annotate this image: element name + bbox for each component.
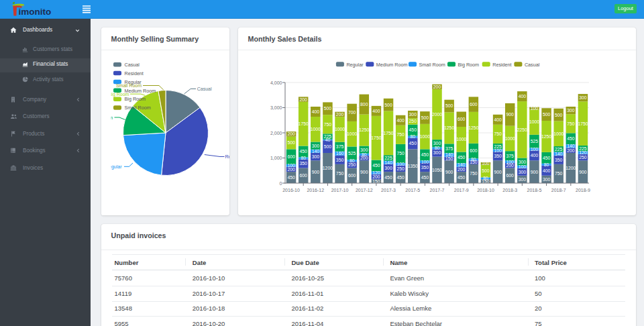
- svg-text:100: 100: [482, 161, 490, 166]
- svg-text:80: 80: [471, 157, 476, 162]
- svg-text:2017-7: 2017-7: [430, 188, 445, 193]
- svg-text:200: 200: [567, 148, 575, 153]
- svg-text:Casual: Casual: [197, 87, 212, 91]
- svg-text:1000: 1000: [347, 131, 357, 136]
- svg-text:600: 600: [470, 148, 478, 153]
- svg-text:140: 140: [445, 152, 453, 157]
- svg-text:1200: 1200: [323, 166, 333, 170]
- svg-text:100: 100: [531, 106, 539, 111]
- svg-text:750: 750: [396, 151, 405, 156]
- svg-text:450: 450: [287, 175, 295, 180]
- svg-text:450: 450: [458, 155, 466, 160]
- svg-text:1250: 1250: [359, 127, 369, 132]
- svg-text:80: 80: [350, 158, 355, 163]
- svg-text:140: 140: [458, 162, 466, 167]
- svg-text:600: 600: [470, 102, 478, 107]
- svg-text:100: 100: [494, 148, 502, 153]
- svg-text:140: 140: [555, 152, 563, 156]
- svg-text:2018-10: 2018-10: [477, 188, 494, 193]
- svg-text:1750: 1750: [299, 121, 309, 126]
- svg-text:2250: 2250: [517, 127, 527, 132]
- svg-text:350: 350: [494, 154, 502, 158]
- svg-text:300: 300: [433, 150, 441, 155]
- svg-text:Small Room: Small Room: [125, 105, 151, 111]
- svg-text:1250: 1250: [468, 125, 478, 130]
- svg-text:750: 750: [324, 122, 332, 127]
- svg-text:450: 450: [421, 175, 429, 180]
- svg-text:250: 250: [409, 119, 417, 123]
- svg-text:300: 300: [543, 177, 551, 182]
- svg-text:300: 300: [312, 144, 320, 148]
- svg-text:900: 900: [445, 170, 453, 174]
- svg-text:450: 450: [543, 156, 551, 160]
- svg-text:200: 200: [372, 174, 380, 179]
- svg-text:80: 80: [483, 176, 488, 180]
- svg-text:350: 350: [300, 161, 308, 166]
- svg-text:Medium Room: Medium Room: [376, 62, 408, 68]
- svg-text:80: 80: [435, 146, 440, 150]
- svg-text:2018-9: 2018-9: [576, 188, 590, 193]
- svg-text:Regular: Regular: [346, 62, 364, 68]
- svg-text:1750: 1750: [578, 121, 588, 126]
- svg-text:450: 450: [396, 175, 405, 180]
- svg-text:200: 200: [458, 167, 466, 172]
- svg-text:2017-9: 2017-9: [454, 188, 469, 193]
- svg-text:2016-10: 2016-10: [282, 188, 300, 193]
- svg-text:300: 300: [519, 160, 527, 164]
- svg-text:1250: 1250: [541, 134, 551, 139]
- svg-text:2017-12: 2017-12: [356, 188, 373, 193]
- svg-text:80: 80: [301, 156, 306, 160]
- svg-text:80: 80: [544, 162, 549, 167]
- svg-text:900: 900: [494, 170, 502, 174]
- svg-text:225: 225: [324, 134, 332, 139]
- svg-text:1000: 1000: [456, 137, 466, 142]
- svg-text:600: 600: [348, 173, 356, 178]
- svg-text:100: 100: [519, 164, 527, 169]
- svg-text:450: 450: [567, 136, 575, 141]
- svg-text:1000: 1000: [529, 119, 539, 124]
- svg-text:80: 80: [362, 152, 367, 157]
- svg-text:400: 400: [543, 168, 551, 173]
- svg-text:900: 900: [360, 170, 368, 174]
- svg-text:200: 200: [287, 131, 295, 136]
- svg-text:2017-5: 2017-5: [405, 188, 420, 193]
- svg-text:1050: 1050: [432, 168, 442, 172]
- svg-text:450: 450: [409, 127, 417, 132]
- svg-text:700: 700: [348, 110, 356, 115]
- svg-text:3,000: 3,000: [270, 105, 282, 110]
- svg-text:300: 300: [433, 141, 441, 146]
- svg-text:200: 200: [300, 97, 308, 102]
- svg-text:450: 450: [458, 175, 466, 180]
- svg-text:1250: 1250: [444, 125, 454, 130]
- svg-text:900: 900: [312, 170, 320, 174]
- svg-text:2,000: 2,000: [270, 131, 282, 135]
- svg-text:300: 300: [312, 154, 320, 159]
- svg-text:500: 500: [445, 103, 453, 108]
- svg-text:800: 800: [360, 102, 368, 107]
- svg-text:450: 450: [409, 141, 417, 146]
- svg-text:2018-7: 2018-7: [551, 188, 566, 193]
- svg-text:100: 100: [531, 147, 539, 152]
- svg-text:900: 900: [531, 170, 539, 174]
- svg-text:450: 450: [372, 163, 380, 168]
- svg-text:1,000: 1,000: [270, 156, 282, 160]
- svg-text:900: 900: [506, 112, 515, 117]
- svg-text:400: 400: [494, 117, 502, 122]
- svg-text:140: 140: [384, 160, 392, 165]
- svg-text:750: 750: [567, 121, 575, 126]
- svg-text:2018-3: 2018-3: [502, 188, 517, 193]
- svg-text:525: 525: [531, 139, 539, 144]
- svg-text:750: 750: [470, 171, 478, 176]
- svg-text:750: 750: [555, 171, 563, 176]
- svg-text:Regular: Regular: [125, 79, 142, 85]
- svg-text:140: 140: [312, 149, 320, 154]
- svg-text:500: 500: [482, 168, 490, 173]
- svg-text:200: 200: [433, 85, 441, 89]
- svg-text:250: 250: [348, 162, 356, 167]
- svg-text:350: 350: [336, 158, 344, 162]
- svg-text:300: 300: [579, 95, 587, 100]
- svg-text:120: 120: [579, 150, 587, 155]
- svg-text:300: 300: [519, 177, 527, 182]
- svg-text:450: 450: [421, 152, 429, 157]
- svg-text:1000: 1000: [335, 127, 345, 131]
